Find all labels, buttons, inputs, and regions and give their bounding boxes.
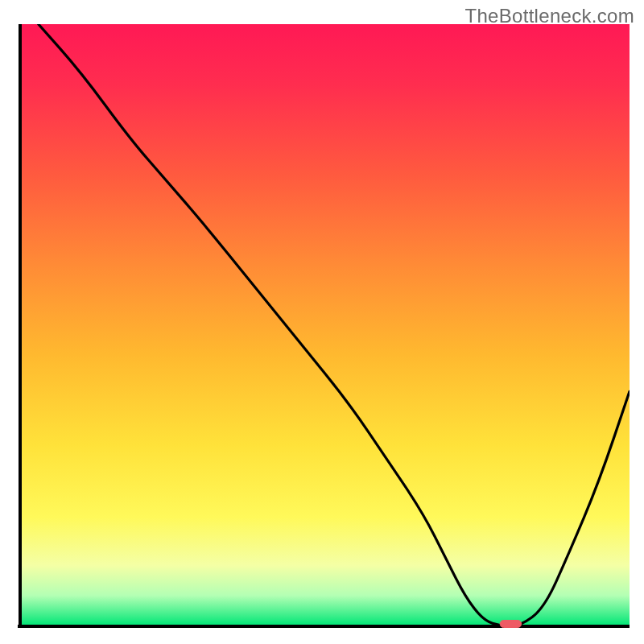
plot-area <box>18 24 630 628</box>
watermark-text: TheBottleneck.com <box>464 5 634 27</box>
bottleneck-chart: TheBottleneck.com <box>0 0 644 644</box>
optimal-marker <box>500 621 521 628</box>
chart-svg <box>18 24 630 628</box>
